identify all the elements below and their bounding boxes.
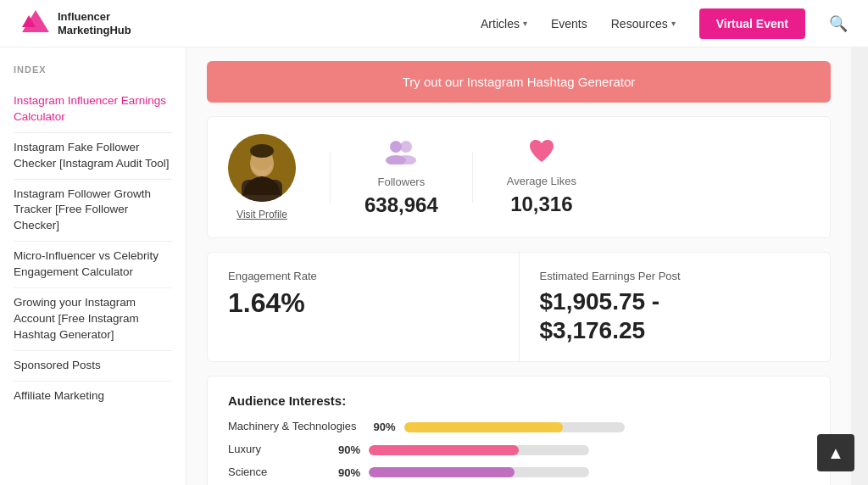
page-layout: INDEX Instagram Influencer Earnings Calc… [0,47,868,485]
interest-bar-machinery [404,422,563,432]
logo[interactable]: Influencer MarketingHub [20,8,131,39]
followers-label: Followers [378,176,426,188]
scroll-top-icon: ▲ [827,443,844,463]
banner-text: Try out our Instagram Hashtag Generator [403,75,636,89]
interest-bar-science [369,467,515,477]
interest-row-machinery: Machinery & Technologies 90% [228,420,810,434]
engagement-rate-box: Engagement Rate 1.64% [208,253,519,361]
interest-bar-bg-luxury [369,445,589,455]
sidebar-item-fake-follower[interactable]: Instagram Fake Follower Checker [Instagr… [14,133,172,180]
visit-profile-link[interactable]: Visit Profile [236,209,287,220]
likes-stat: Average Likes 10,316 [507,138,576,216]
likes-value: 10,316 [510,192,572,216]
followers-icon [384,137,418,170]
search-button[interactable]: 🔍 [829,14,848,33]
nav-events[interactable]: Events [551,17,587,31]
sidebar-item-sponsored-posts[interactable]: Sponsored Posts [14,351,172,382]
stat-divider-2 [472,152,473,203]
nav-articles[interactable]: Articles ▾ [481,17,527,31]
logo-text: Influencer MarketingHub [58,10,131,36]
engagement-label: Engagement Rate [228,270,498,282]
resources-chevron-icon: ▾ [671,19,676,28]
sidebar-item-earnings-calculator[interactable]: Instagram Influencer Earnings Calculator [14,86,172,133]
likes-label: Average Likes [507,175,576,187]
interest-row-luxury: Luxury 90% [228,443,810,457]
logo-icon [20,8,51,39]
stat-divider-1 [330,152,331,203]
likes-icon [528,138,555,170]
interest-row-science: Science 90% [228,465,810,480]
audience-title: Audience Interests: [228,393,810,408]
svg-point-8 [250,144,274,158]
interest-name-luxury: Luxury [228,443,321,457]
sidebar-index-label: INDEX [14,64,172,75]
profile-card: Visit Profile Followers 638,964 [207,116,831,238]
hashtag-banner[interactable]: Try out our Instagram Hashtag Generator [207,61,831,103]
nav-resources[interactable]: Resources ▾ [611,17,676,31]
sidebar-item-hashtag-gen[interactable]: Growing your Instagram Account [Free Ins… [14,288,172,351]
interest-pct-science: 90% [330,466,360,479]
main-content: Try out our Instagram Hashtag Generator [186,47,851,485]
sidebar-item-engagement-calc[interactable]: Micro-Influencer vs Celebrity Engagement… [14,242,172,288]
sidebar-item-follower-tracker[interactable]: Instagram Follower Growth Tracker [Free … [14,180,172,242]
interest-name-machinery: Machinery & Technologies [228,420,357,434]
earnings-value: $1,905.75 - $3,176.25 [540,287,810,344]
header: Influencer MarketingHub Articles ▾ Event… [0,0,868,47]
interest-pct-luxury: 90% [330,443,360,456]
sidebar-item-affiliate-marketing[interactable]: Affiliate Marketing [14,382,172,411]
followers-stat: Followers 638,964 [364,137,438,217]
search-icon: 🔍 [829,15,848,32]
virtual-event-button[interactable]: Virtual Event [699,8,805,39]
main-nav: Articles ▾ Events Resources ▾ Virtual Ev… [481,8,848,39]
interest-name-science: Science [228,465,321,480]
avatar [228,134,296,202]
interest-bar-luxury [369,445,519,455]
interest-bar-bg-machinery [404,422,625,432]
metrics-row: Engagement Rate 1.64% Estimated Earnings… [207,252,831,362]
svg-point-9 [390,141,402,153]
profile-avatar-area: Visit Profile [228,134,296,220]
right-panel [851,47,868,485]
avatar-image [228,134,296,202]
audience-interests-card: Audience Interests: Machinery & Technolo… [207,376,831,485]
articles-chevron-icon: ▾ [523,19,527,28]
svg-point-10 [400,141,412,153]
sidebar: INDEX Instagram Influencer Earnings Calc… [0,47,186,485]
scroll-top-button[interactable]: ▲ [817,434,854,471]
engagement-value: 1.64% [228,287,498,319]
earnings-box: Estimated Earnings Per Post $1,905.75 - … [519,253,831,361]
earnings-label: Estimated Earnings Per Post [540,270,810,282]
followers-value: 638,964 [364,193,438,217]
interest-bar-bg-science [369,467,589,477]
interest-pct-machinery: 90% [365,421,396,433]
